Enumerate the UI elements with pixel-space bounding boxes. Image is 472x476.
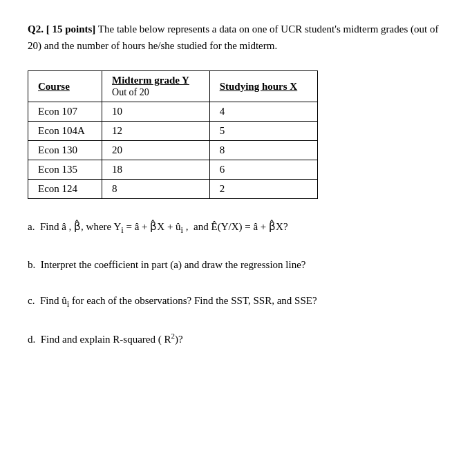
table-row: Econ 124 8 2 [28,180,318,199]
part-c: c. Find ûi for each of the observations?… [28,292,444,311]
cell-grade-3: 20 [102,141,210,160]
table-row: Econ 104A 12 5 [28,122,318,141]
col-header-course: Course [28,71,102,102]
cell-grade-5: 8 [102,180,210,199]
part-b: b. Interpret the coefficient in part (a)… [28,256,444,273]
cell-grade-2: 12 [102,122,210,141]
question-container: Q2. [ 15 points] The table below represe… [28,21,444,348]
cell-hours-3: 8 [209,141,317,160]
table-row: Econ 135 18 6 [28,160,318,180]
cell-course-3: Econ 130 [28,141,102,160]
cell-hours-2: 5 [209,122,317,141]
part-b-label: b. Interpret the coefficient in part (a)… [28,259,305,270]
data-table-container: Course Midterm grade Y Out of 20 Studyin… [28,70,444,199]
col-header-hours: Studying hours X [209,71,317,102]
cell-course-4: Econ 135 [28,160,102,180]
cell-course-1: Econ 107 [28,102,102,122]
part-a: a. Find â , β̂, where Yi = â + β̂X + ûi … [28,218,444,237]
part-d-label: d. Find and explain R-squared ( R2)? [28,334,183,345]
cell-hours-1: 4 [209,102,317,122]
grades-table: Course Midterm grade Y Out of 20 Studyin… [28,70,318,199]
table-body: Econ 107 10 4 Econ 104A 12 5 Econ 130 20… [28,102,318,199]
question-parts: a. Find â , β̂, where Yi = â + β̂X + ûi … [28,218,444,348]
cell-grade-1: 10 [102,102,210,122]
cell-hours-5: 2 [209,180,317,199]
part-a-label: a. Find â , β̂, where Yi = â + β̂X + ûi … [28,221,288,232]
question-header: Q2. [ 15 points] The table below represe… [28,21,444,54]
part-d: d. Find and explain R-squared ( R2)? [28,330,444,348]
col-header-grade: Midterm grade Y Out of 20 [102,71,210,102]
cell-hours-4: 6 [209,160,317,180]
cell-grade-4: 18 [102,160,210,180]
table-header-row: Course Midterm grade Y Out of 20 Studyin… [28,71,318,102]
cell-course-2: Econ 104A [28,122,102,141]
cell-course-5: Econ 124 [28,180,102,199]
table-row: Econ 107 10 4 [28,102,318,122]
question-number: Q2. [28,23,44,35]
question-points: [ 15 points] [46,23,96,35]
table-row: Econ 130 20 8 [28,141,318,160]
part-c-label: c. Find ûi for each of the observations?… [28,295,317,306]
